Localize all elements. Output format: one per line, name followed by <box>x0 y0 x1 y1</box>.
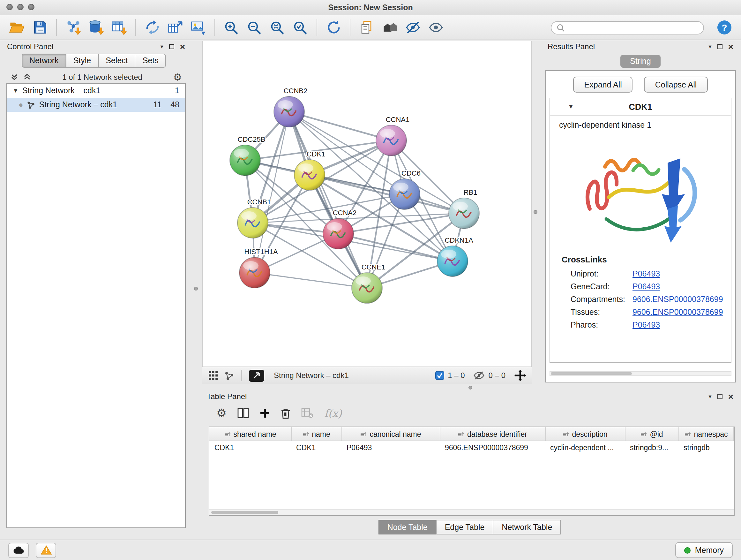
zoom-out-icon[interactable] <box>244 17 265 37</box>
panel-close-icon[interactable]: × <box>180 42 185 51</box>
table-cell[interactable]: stringdb:9... <box>625 441 678 453</box>
column-header[interactable]: shared name <box>209 427 291 441</box>
network-view-canvas[interactable]: CCNB2CCNA1CDC25BCDK1CDC6RB1CCNB1CCNA2CDK… <box>202 41 532 367</box>
pan-crosshair-icon[interactable] <box>515 370 526 381</box>
right-splitter-handle[interactable] <box>534 210 537 214</box>
column-sort-icon[interactable] <box>458 431 464 437</box>
crosslink-link[interactable]: 9606.ENSP00000378699 <box>632 295 723 304</box>
hidden-eye-icon[interactable] <box>474 371 485 380</box>
tab-sets[interactable]: Sets <box>135 54 166 68</box>
tab-string[interactable]: String <box>620 55 660 68</box>
column-header[interactable]: canonical name <box>341 427 440 441</box>
table-cell[interactable]: cyclin-dependent ... <box>545 441 625 453</box>
left-splitter-handle[interactable] <box>194 287 198 291</box>
expand-all-button[interactable]: Expand All <box>574 77 633 92</box>
collection-disclosure-icon[interactable]: ▼ <box>13 87 18 94</box>
section-disclosure-icon[interactable]: ▼ <box>568 104 574 110</box>
edge-CCNB2-CCNE1[interactable] <box>289 112 367 288</box>
show-columns-icon[interactable] <box>238 408 249 418</box>
expand-all-networks-icon[interactable] <box>10 73 18 81</box>
tab-network[interactable]: Network <box>22 54 66 68</box>
new-table-icon[interactable] <box>165 17 186 37</box>
close-window-icon[interactable] <box>6 4 13 10</box>
tab-node-table[interactable]: Node Table <box>379 520 436 535</box>
tab-edge-table[interactable]: Edge Table <box>436 520 494 535</box>
copy-icon[interactable] <box>356 17 377 37</box>
column-header[interactable]: database identifier <box>440 427 545 441</box>
string-network-graph[interactable]: CCNB2CCNA1CDC25BCDK1CDC6RB1CCNB1CCNA2CDK… <box>203 41 531 367</box>
column-sort-icon[interactable] <box>360 431 366 437</box>
collapse-all-button[interactable]: Collapse All <box>644 77 708 92</box>
memory-button[interactable]: Memory <box>675 542 733 558</box>
selected-checkbox-icon[interactable] <box>435 371 444 380</box>
panel-float-icon[interactable] <box>718 394 723 399</box>
column-sort-icon[interactable] <box>562 431 569 437</box>
network-options-gear-icon[interactable]: ⚙ <box>173 72 182 82</box>
crosslink-link[interactable]: P06493 <box>632 282 660 291</box>
minimize-window-icon[interactable] <box>17 4 23 10</box>
refresh-layout-icon[interactable] <box>323 17 344 37</box>
table-horizontal-scrollbar[interactable] <box>209 509 734 515</box>
table-cell[interactable]: CDK1 <box>209 441 291 453</box>
warnings-button[interactable] <box>36 543 56 558</box>
bottom-splitter-handle[interactable] <box>468 386 472 389</box>
network-tools-icon[interactable] <box>142 17 163 37</box>
panel-float-icon[interactable] <box>718 44 723 49</box>
column-sort-icon[interactable] <box>684 431 690 437</box>
protein-section-header[interactable]: ▼ CDK1 <box>550 98 731 116</box>
zoom-fit-icon[interactable] <box>267 17 288 37</box>
column-header[interactable]: description <box>545 427 625 441</box>
table-cell[interactable]: 9606.ENSP00000378699 <box>440 441 545 453</box>
table-cell[interactable]: CDK1 <box>291 441 341 453</box>
column-header[interactable]: name <box>291 427 341 441</box>
network-row[interactable]: ● String Network – cdk1 11 48 <box>7 98 185 112</box>
column-sort-icon[interactable] <box>302 431 309 437</box>
search-input[interactable] <box>568 22 698 33</box>
crosslink-link[interactable]: 9606.ENSP00000378699 <box>632 308 723 317</box>
show-all-icon[interactable] <box>425 17 446 37</box>
help-icon[interactable]: ? <box>714 17 735 37</box>
panel-float-icon[interactable] <box>169 44 174 49</box>
column-header[interactable]: namespac <box>678 427 734 441</box>
hide-selected-icon[interactable] <box>402 17 423 37</box>
zoom-selected-icon[interactable] <box>290 17 311 37</box>
export-image-icon[interactable] <box>188 17 209 37</box>
crosslink-link[interactable]: P06493 <box>632 269 660 278</box>
open-file-icon[interactable] <box>6 17 27 37</box>
network-collection-row[interactable]: ▼ String Network – cdk1 1 <box>7 84 185 98</box>
zoom-in-icon[interactable] <box>221 17 242 37</box>
import-table-icon[interactable] <box>109 17 130 37</box>
tab-network-table[interactable]: Network Table <box>493 520 561 535</box>
table-cell[interactable]: stringdb <box>678 441 734 453</box>
delete-table-icon[interactable] <box>301 408 313 418</box>
crosslink-link[interactable]: P06493 <box>632 320 660 329</box>
column-header[interactable]: @id <box>625 427 678 441</box>
save-session-icon[interactable] <box>29 17 51 37</box>
column-sort-icon[interactable] <box>640 431 647 437</box>
grid-view-icon[interactable] <box>208 370 218 381</box>
table-options-gear-icon[interactable]: ⚙ <box>216 408 226 419</box>
network-view-icon[interactable] <box>224 370 234 381</box>
results-scrollbar[interactable] <box>549 371 731 376</box>
panel-collapse-icon[interactable]: ▾ <box>160 44 163 50</box>
table-row[interactable]: CDK1CDK1P064939606.ENSP00000378699cyclin… <box>209 441 734 453</box>
tab-style[interactable]: Style <box>66 54 98 68</box>
panel-collapse-icon[interactable]: ▾ <box>709 44 712 50</box>
panel-close-icon[interactable]: × <box>728 42 733 51</box>
birdseye-home-icon[interactable] <box>379 17 400 37</box>
delete-column-trash-icon[interactable] <box>281 408 290 419</box>
tab-select[interactable]: Select <box>98 54 135 68</box>
import-network-database-icon[interactable] <box>85 17 107 37</box>
function-builder-icon[interactable]: f(x) <box>324 407 342 419</box>
panel-collapse-icon[interactable]: ▾ <box>709 394 712 399</box>
table-cell[interactable]: P06493 <box>341 441 440 453</box>
maximize-window-icon[interactable] <box>28 4 35 10</box>
search-field[interactable] <box>551 21 704 34</box>
cloud-status-button[interactable] <box>8 543 29 558</box>
column-sort-icon[interactable] <box>224 431 230 437</box>
birdseye-toggle-button[interactable] <box>249 369 264 381</box>
collapse-all-networks-icon[interactable] <box>23 73 31 81</box>
import-network-file-icon[interactable] <box>63 17 84 37</box>
results-scrollbar-thumb[interactable] <box>551 372 632 375</box>
edge-HIST1H1A-CCNE1[interactable] <box>255 273 367 288</box>
